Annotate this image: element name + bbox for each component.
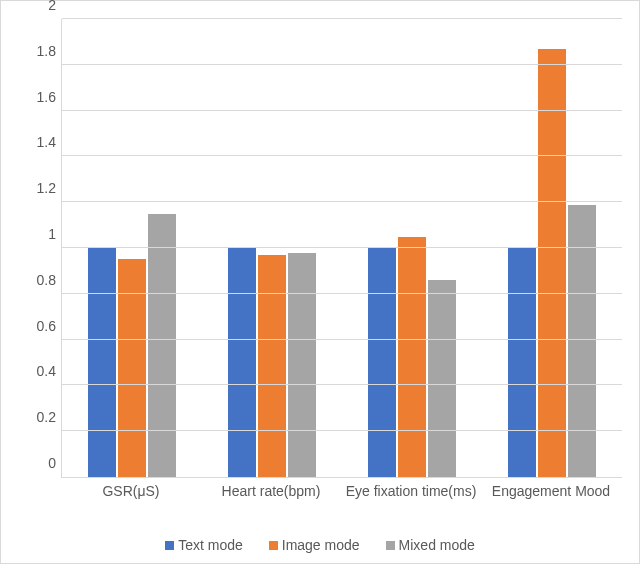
grid-line <box>62 247 622 248</box>
grid-line <box>62 201 622 202</box>
bar <box>538 49 566 477</box>
x-tick-label: GSR(μS) <box>61 483 201 499</box>
x-tick-label: Eye fixation time(ms) <box>341 483 481 499</box>
grid-line <box>62 430 622 431</box>
plot-area: 00.20.40.60.811.21.41.61.82 <box>61 19 622 478</box>
y-tick-label: 1.8 <box>22 44 56 58</box>
grid-line <box>62 64 622 65</box>
y-tick-label: 1.4 <box>22 135 56 149</box>
legend-item: Text mode <box>165 537 243 553</box>
x-tick-label: Heart rate(bpm) <box>201 483 341 499</box>
bar <box>258 255 286 477</box>
chart-frame: 00.20.40.60.811.21.41.61.82 GSR(μS)Heart… <box>0 0 640 564</box>
y-tick-label: 2 <box>22 0 56 12</box>
grid-line <box>62 339 622 340</box>
bar <box>428 280 456 477</box>
legend-item: Image mode <box>269 537 360 553</box>
legend-swatch <box>386 541 395 550</box>
legend-label: Mixed mode <box>399 537 475 553</box>
legend-label: Image mode <box>282 537 360 553</box>
bar <box>88 248 116 477</box>
bar <box>398 237 426 477</box>
bar <box>568 205 596 478</box>
y-tick-label: 1.2 <box>22 181 56 195</box>
bar <box>368 248 396 477</box>
y-tick-label: 1.6 <box>22 90 56 104</box>
y-tick-label: 0.8 <box>22 273 56 287</box>
legend-swatch <box>269 541 278 550</box>
x-axis-labels: GSR(μS)Heart rate(bpm)Eye fixation time(… <box>61 479 621 519</box>
y-tick-label: 0 <box>22 456 56 470</box>
grid-line <box>62 384 622 385</box>
y-tick-label: 0.6 <box>22 319 56 333</box>
legend-label: Text mode <box>178 537 243 553</box>
y-tick-label: 0.4 <box>22 364 56 378</box>
bar <box>228 248 256 477</box>
bars-container <box>62 19 622 477</box>
x-tick-label: Engagement Mood <box>481 483 621 499</box>
grid-line <box>62 155 622 156</box>
bar <box>288 253 316 477</box>
legend: Text modeImage modeMixed mode <box>1 537 639 553</box>
grid-line <box>62 110 622 111</box>
bar <box>508 248 536 477</box>
grid-line <box>62 18 622 19</box>
grid-line <box>62 293 622 294</box>
y-tick-label: 0.2 <box>22 410 56 424</box>
legend-item: Mixed mode <box>386 537 475 553</box>
bar <box>148 214 176 477</box>
legend-swatch <box>165 541 174 550</box>
y-tick-label: 1 <box>22 227 56 241</box>
